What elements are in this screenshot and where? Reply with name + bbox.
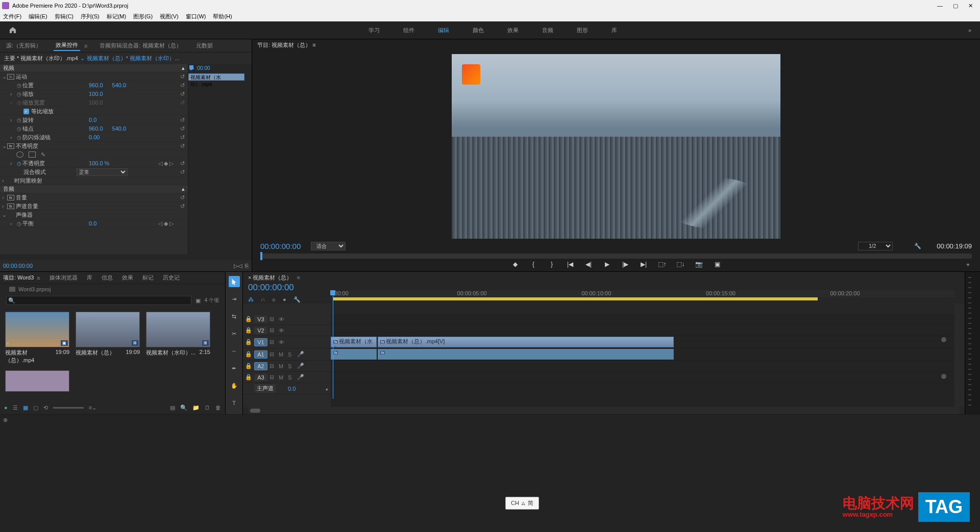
eye-icon[interactable]: 👁 — [279, 339, 286, 345]
track-lane-v1[interactable]: fx视频素材（水印 fx视频素材（总）.mp4[V] — [331, 336, 954, 348]
program-scrubber[interactable] — [260, 254, 972, 259]
stopwatch-icon[interactable]: ◷ — [15, 117, 22, 123]
timeline-ruler[interactable]: :00:00 00:00:05:00 00:00:10:00 00:00:15:… — [333, 290, 954, 297]
collapse-icon[interactable]: ▴ — [182, 186, 185, 192]
track-header-v3[interactable]: 🔒 V3 ⊟ 👁 — [243, 314, 331, 325]
workspace-audio[interactable]: 音频 — [538, 24, 557, 36]
new-item-button[interactable]: 🗋 — [205, 404, 210, 411]
voice-over-icon[interactable]: 🎤 — [297, 351, 304, 358]
reset-icon[interactable]: ↺ — [180, 73, 185, 80]
close-button[interactable]: ✕ — [968, 3, 973, 9]
stopwatch-icon[interactable]: ◷ — [15, 83, 22, 88]
go-to-in-button[interactable]: |◀ — [565, 261, 575, 268]
loop-icon[interactable]: ▷◁ — [234, 263, 242, 269]
menu-window[interactable]: 窗口(W) — [186, 13, 206, 20]
collapse-icon[interactable]: ▴ — [182, 65, 185, 71]
extract-button[interactable]: ⬚↓ — [675, 261, 685, 268]
home-icon[interactable] — [0, 26, 26, 34]
zoom-fit-select[interactable]: 适合 — [311, 242, 346, 250]
motion-effect-row[interactable]: ⌄fx 运动 ↺ — [0, 72, 188, 81]
timeline-playhead-head[interactable] — [330, 290, 335, 295]
tab-metadata[interactable]: 元数据 — [194, 41, 215, 50]
timeline-clip[interactable]: fx — [331, 349, 377, 360]
menu-help[interactable]: 帮助(H) — [213, 13, 232, 20]
add-button-icon[interactable]: ＋ — [965, 261, 971, 268]
solo-button[interactable]: S — [288, 351, 295, 358]
menu-graphics[interactable]: 图形(G) — [133, 13, 153, 20]
chevron-down-icon[interactable]: ⌄ — [80, 55, 85, 62]
step-back-button[interactable]: ◀| — [583, 261, 594, 268]
program-tc-in[interactable]: 00:00:00:00 — [260, 242, 301, 250]
sort-menu-button[interactable]: ≡⌄ — [89, 404, 96, 411]
mark-close-button[interactable]: } — [547, 261, 557, 268]
menu-file[interactable]: 文件(F) — [3, 13, 21, 20]
scale-value[interactable]: 100.0 — [89, 91, 103, 97]
mini-playhead[interactable] — [189, 65, 193, 69]
thumbnail-size-slider[interactable] — [53, 407, 84, 409]
menu-clip[interactable]: 剪辑(C) — [55, 13, 74, 20]
list-view-button[interactable]: ☰ — [13, 404, 18, 411]
stopwatch-icon[interactable]: ◷ — [15, 161, 22, 166]
lift-button[interactable]: ⬚↑ — [657, 261, 667, 268]
tab-libraries[interactable]: 库 — [87, 274, 92, 282]
video-section-header[interactable]: 视频 ▴ — [0, 64, 188, 72]
effect-mini-timeline[interactable]: ▶ :00:00 视频素材（水印）.mp4 — [188, 64, 252, 254]
flicker-value[interactable]: 0.00 — [89, 134, 100, 140]
position-y-value[interactable]: 540.0 — [112, 82, 127, 88]
position-x-value[interactable]: 960.0 — [89, 82, 103, 88]
rotation-value[interactable]: 0.0 — [89, 117, 96, 123]
workspace-learn[interactable]: 学习 — [364, 24, 384, 36]
marker-button[interactable]: ⍟ — [272, 296, 276, 303]
audio-section-header[interactable]: 音频 ▴ — [0, 185, 188, 193]
reset-icon[interactable]: ↺ — [180, 203, 185, 210]
ripple-edit-tool[interactable]: ⇆ — [229, 311, 240, 322]
tab-media-browser[interactable]: 媒体浏览器 — [50, 274, 78, 282]
menu-edit[interactable]: 编辑(E) — [29, 13, 47, 20]
tab-source[interactable]: 源:（无剪辑） — [4, 41, 43, 50]
export-frame-button[interactable]: 📷 — [694, 261, 704, 268]
step-forward-button[interactable]: |▶ — [620, 261, 630, 268]
timeline-clip[interactable]: fx — [378, 349, 674, 360]
chevron-icon[interactable]: ⬥ — [325, 386, 329, 392]
reset-icon[interactable]: ↺ — [180, 160, 185, 167]
opacity-value[interactable]: 100.0 % — [89, 160, 109, 166]
workspace-editing[interactable]: 编辑 — [434, 24, 453, 36]
menu-view[interactable]: 视图(V) — [160, 13, 179, 20]
workspace-color[interactable]: 颜色 — [469, 24, 488, 36]
blend-mode-select[interactable]: 正常 — [77, 168, 128, 176]
play-button[interactable]: ▶ — [602, 261, 612, 268]
channel-volume-row[interactable]: ›fx 声道音量 ↺ — [0, 202, 188, 211]
track-lane-a2[interactable] — [331, 361, 954, 372]
track-header-v1[interactable]: 🔒 V1 ⊟ 👁 — [243, 336, 331, 348]
tab-markers[interactable]: 标记 — [142, 274, 154, 282]
effect-footer-tc[interactable]: 00:00:00:00 — [3, 263, 33, 269]
resolution-select[interactable]: 1/2 — [858, 242, 893, 250]
workspace-assembly[interactable]: 组件 — [399, 24, 419, 36]
work-area-bar[interactable] — [333, 297, 818, 300]
project-item[interactable]: ⊞ 视频素材（水印）...2:15 — [146, 312, 210, 364]
snap-button[interactable]: ⁂ — [248, 296, 254, 303]
track-header-a1[interactable]: 🔒 A1 ⊟ M S 🎤 — [243, 348, 331, 361]
project-item[interactable]: ⊞ 视频素材（总）19:09 — [76, 312, 140, 364]
reset-icon[interactable]: ↺ — [180, 134, 185, 141]
time-remap-row[interactable]: › 时间重映射 — [0, 176, 188, 185]
eye-icon[interactable]: 👁 — [279, 327, 286, 334]
pen-mask-button[interactable]: ✎ — [41, 151, 48, 158]
track-lane-a3[interactable] — [331, 372, 954, 383]
track-zoom-handle[interactable] — [941, 337, 946, 342]
program-monitor-view[interactable] — [252, 53, 980, 240]
razor-tool[interactable]: ✂ — [229, 328, 240, 339]
tab-history[interactable]: 历史记 — [163, 274, 180, 282]
timeline-tracks-area[interactable]: fx视频素材（水印 fx视频素材（总）.mp4[V] fx fx — [331, 314, 954, 407]
timeline-clip[interactable]: fx视频素材（水印 — [331, 337, 377, 347]
project-thumbnail[interactable]: ⊞ — [76, 312, 140, 347]
hand-tool[interactable]: ✋ — [229, 380, 240, 391]
timeline-sequence-tab[interactable]: × 视频素材（总） ≡ — [248, 274, 960, 282]
settings-button[interactable]: ● — [283, 296, 286, 303]
tab-effects-panel[interactable]: 效果 — [122, 274, 133, 282]
workspace-libraries[interactable]: 库 — [607, 24, 621, 36]
auto-sequence-button[interactable]: ▤ — [170, 404, 175, 411]
track-lane-v2[interactable] — [331, 325, 954, 336]
project-thumbnail[interactable]: ≡▣ — [5, 312, 69, 347]
panel-menu-icon[interactable]: ≡ — [84, 43, 87, 49]
